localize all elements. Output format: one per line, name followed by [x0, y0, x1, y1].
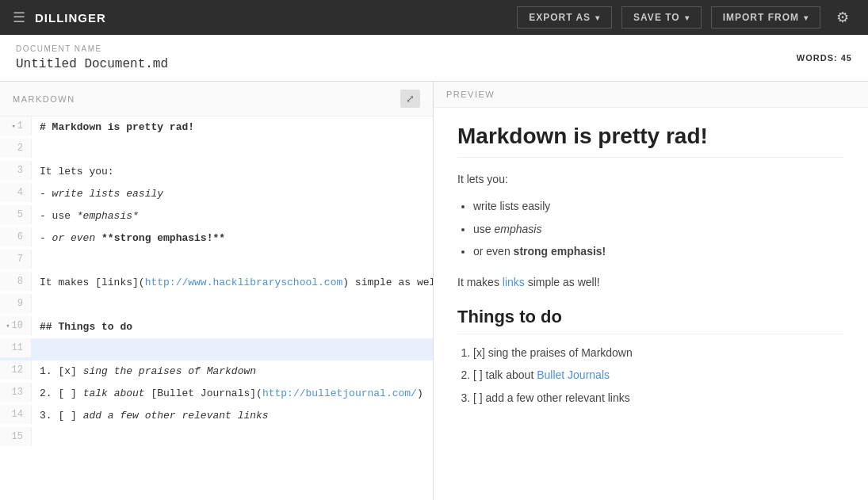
preview-bullets: write lists easily use emphasis or even … — [473, 197, 844, 260]
code-line: 6 - or even **strong emphasis!** — [0, 227, 433, 250]
line-number: 11 — [0, 338, 32, 357]
document-name-bar: DOCUMENT NAME Untitled Document.md WORDS… — [0, 35, 868, 82]
line-content — [32, 139, 433, 147]
export-chevron-icon: ▾ — [595, 13, 600, 22]
document-name-title[interactable]: Untitled Document.md — [16, 57, 168, 71]
preview-intro: It lets you: — [457, 170, 844, 188]
save-chevron-icon: ▾ — [685, 13, 690, 22]
markdown-panel-header: MARKDOWN ⤢ — [0, 82, 433, 116]
markdown-panel: MARKDOWN ⤢ ▾1 # Markdown is pretty rad! … — [0, 82, 434, 500]
import-from-button[interactable]: IMPORT FROM ▾ — [711, 6, 820, 29]
code-line: ▾10 ## Things to do — [0, 316, 433, 338]
words-value: 45 — [841, 53, 852, 63]
settings-button[interactable]: ⚙ — [830, 6, 855, 29]
line-number: ▾10 — [0, 316, 32, 335]
bullet-journal-link[interactable]: Bullet Journals — [537, 368, 610, 381]
line-content: - write lists easily — [32, 183, 433, 205]
preview-label: PREVIEW — [446, 90, 495, 99]
line-content: It makes [links](http://www.hacklibrarys… — [32, 272, 433, 294]
list-item: use emphasis — [473, 220, 844, 238]
line-number: 7 — [0, 250, 32, 269]
code-line: 4 - write lists easily — [0, 183, 433, 205]
list-item: [ ] talk about Bullet Journals — [473, 366, 844, 384]
line-content — [32, 294, 433, 302]
import-from-label: IMPORT FROM — [723, 12, 799, 23]
preview-link-paragraph: It makes links simple as well! — [457, 273, 844, 291]
code-line: 2 — [0, 139, 433, 161]
line-content: It lets you: — [32, 161, 433, 183]
line-content — [32, 250, 433, 258]
line-number: 8 — [0, 272, 32, 291]
code-line: 15 — [0, 427, 433, 449]
collapse-arrow-icon[interactable]: ▾ — [6, 323, 10, 330]
save-to-button[interactable]: SAVE TO ▾ — [621, 6, 702, 29]
code-line: 7 — [0, 250, 433, 272]
code-editor[interactable]: ▾1 # Markdown is pretty rad! 2 3 It lets… — [0, 116, 433, 500]
list-item: [x] sing the praises of Markdown — [473, 344, 844, 361]
line-number: 15 — [0, 427, 32, 446]
document-name-label: DOCUMENT NAME — [16, 44, 168, 53]
preview-h1: Markdown is pretty rad! — [457, 124, 844, 158]
save-to-label: SAVE TO — [633, 12, 680, 23]
line-number: 5 — [0, 205, 32, 224]
import-chevron-icon: ▾ — [804, 13, 809, 22]
hacklibraryschool-link[interactable]: links — [503, 276, 525, 288]
markdown-label: MARKDOWN — [13, 94, 75, 104]
code-line: 8 It makes [links](http://www.hacklibrar… — [0, 272, 433, 294]
line-number: 3 — [0, 161, 32, 180]
code-line-active: 11 — [0, 338, 433, 361]
line-number: 13 — [0, 383, 32, 402]
words-count: WORDS: 45 — [797, 53, 852, 63]
editor-area: MARKDOWN ⤢ ▾1 # Markdown is pretty rad! … — [0, 82, 868, 500]
line-content: # Markdown is pretty rad! — [32, 116, 433, 139]
list-item: write lists easily — [473, 197, 844, 215]
line-content: - use *emphasis* — [32, 205, 433, 227]
code-line: 5 - use *emphasis* — [0, 205, 433, 227]
line-content[interactable] — [32, 338, 433, 346]
list-item: or even strong emphasis! — [473, 242, 844, 260]
line-number: 12 — [0, 361, 32, 380]
line-content: - or even **strong emphasis!** — [32, 227, 433, 250]
preview-panel-header: PREVIEW — [434, 82, 868, 108]
line-number: 6 — [0, 227, 32, 246]
code-line: 3 It lets you: — [0, 161, 433, 183]
line-content: 2. [ ] talk about [Bullet Journals](http… — [32, 383, 433, 405]
line-content: ## Things to do — [32, 316, 433, 338]
expand-button[interactable]: ⤢ — [400, 90, 420, 108]
header: ☰ DILLINGER EXPORT AS ▾ SAVE TO ▾ IMPORT… — [0, 0, 868, 35]
export-as-button[interactable]: EXPORT AS ▾ — [517, 6, 612, 29]
line-number: ▾1 — [0, 116, 32, 135]
code-line: 14 3. [ ] add a few other relevant links — [0, 405, 433, 427]
preview-content: Markdown is pretty rad! It lets you: wri… — [434, 108, 868, 500]
preview-panel: PREVIEW Markdown is pretty rad! It lets … — [434, 82, 868, 500]
line-number: 14 — [0, 405, 32, 424]
document-name-section: DOCUMENT NAME Untitled Document.md — [16, 44, 168, 71]
words-label: WORDS: — [797, 53, 838, 63]
menu-icon[interactable]: ☰ — [13, 9, 25, 26]
code-line: 9 — [0, 294, 433, 316]
line-content — [32, 427, 433, 435]
line-number: 2 — [0, 139, 32, 158]
line-number: 9 — [0, 294, 32, 313]
list-item: [ ] add a few other relevant links — [473, 389, 844, 406]
code-line: ▾1 # Markdown is pretty rad! — [0, 116, 433, 139]
line-number: 4 — [0, 183, 32, 202]
preview-h2: Things to do — [457, 307, 844, 334]
code-line: 12 1. [x] sing the praises of Markdown — [0, 361, 433, 383]
app-logo: DILLINGER — [35, 11, 106, 25]
export-as-label: EXPORT AS — [529, 12, 591, 23]
collapse-arrow-icon[interactable]: ▾ — [11, 123, 15, 131]
line-content: 1. [x] sing the praises of Markdown — [32, 361, 433, 383]
preview-todo-list: [x] sing the praises of Markdown [ ] tal… — [473, 344, 844, 406]
code-line: 13 2. [ ] talk about [Bullet Journals](h… — [0, 383, 433, 405]
line-content: 3. [ ] add a few other relevant links — [32, 405, 433, 427]
